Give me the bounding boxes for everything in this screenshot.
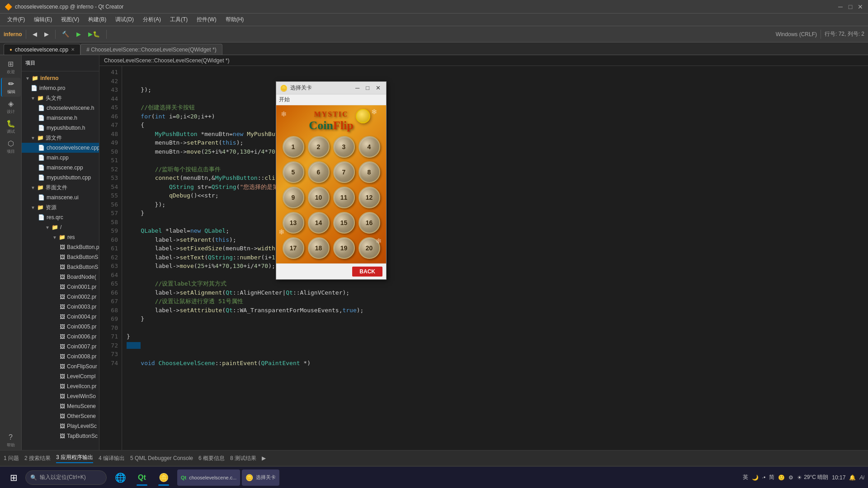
level-btn-10[interactable]: 10: [308, 187, 330, 208]
taskbar-clock: 10:17: [832, 474, 845, 481]
dialog-menu-start[interactable]: 开始: [279, 96, 290, 103]
settings-icon: ⚙: [788, 474, 793, 481]
level-btn-16[interactable]: 16: [359, 212, 380, 234]
taskbar-qt-creator[interactable]: Qt: [132, 469, 152, 487]
level-btn-1[interactable]: 1: [283, 136, 304, 158]
level-btn-8[interactable]: 8: [359, 161, 380, 183]
level-btn-11[interactable]: 11: [333, 187, 355, 208]
search-placeholder: 输入以定位(Ctrl+K): [40, 474, 86, 481]
weather-text: 29°C 晴朗: [804, 474, 828, 481]
dialog-game-area: ❄ ❄ ❄ ❄ MYSTIC CoinFlip 1 2 3 4 5 6 7: [276, 105, 386, 263]
level-btn-19[interactable]: 19: [333, 237, 355, 259]
dialog-close-button[interactable]: ✕: [374, 84, 382, 92]
level-btn-13[interactable]: 13: [283, 212, 304, 234]
level-btn-15[interactable]: 15: [333, 212, 355, 234]
emoji-icon: 🙂: [778, 474, 785, 481]
clock-time: 10:17: [832, 474, 845, 481]
taskbar-weather: ☀ 29°C 晴朗: [797, 474, 828, 481]
gold-coin-decoration: [356, 109, 370, 123]
level-btn-9[interactable]: 9: [283, 187, 304, 208]
sun-icon: ☀: [797, 474, 802, 481]
dialog-back-button[interactable]: BACK: [352, 267, 382, 277]
qt-creator-icon: Qt: [138, 474, 146, 482]
level-select-dialog: 🪙 选择关卡 ─ □ ✕ 开始 ❄ ❄ ❄ ❄ MYSTIC CoinFlip: [276, 81, 387, 280]
dialog-overlay: 🪙 选择关卡 ─ □ ✕ 开始 ❄ ❄ ❄ ❄ MYSTIC CoinFlip: [0, 0, 868, 488]
level-btn-18[interactable]: 18: [308, 237, 330, 259]
lang-icon: 英: [743, 474, 748, 481]
dialog-title-text: 选择关卡: [290, 84, 351, 92]
taskbar-search-bar[interactable]: 🔍 输入以定位(Ctrl+K): [25, 470, 107, 485]
search-icon: 🔍: [30, 474, 37, 481]
level-btn-17[interactable]: 17: [283, 237, 304, 259]
simplified-chinese-icon: 简: [769, 474, 774, 481]
dialog-maximize-button[interactable]: □: [364, 84, 371, 92]
taskbar-chooseleveldialog-app[interactable]: 🪙 选择关卡: [242, 469, 279, 486]
dot-icon: ·•: [762, 474, 766, 481]
taskbar-chooselevel[interactable]: 🪙: [154, 469, 174, 487]
coin-text: Coin: [309, 119, 333, 132]
taskbar: ⊞ 🔍 输入以定位(Ctrl+K) 🌐 Qt 🪙 Qt chooselevels…: [0, 466, 868, 488]
notification-icon[interactable]: 🔔: [849, 474, 856, 481]
cpp-app-icon: Qt: [181, 475, 186, 480]
dialog-menu-bar: 开始: [276, 94, 386, 105]
dialog-minimize-button[interactable]: ─: [354, 84, 361, 92]
taskbar-apps: 🌐 Qt 🪙: [110, 469, 174, 487]
edge-icon: 🌐: [115, 472, 126, 483]
level-btn-20[interactable]: 20: [359, 237, 380, 259]
taskbar-right: 英 🌙 ·• 简 🙂 ⚙ ☀ 29°C 晴朗 10:17 🔔 Ai: [743, 474, 864, 481]
dialog-back-bar: BACK: [276, 263, 386, 279]
level-btn-14[interactable]: 14: [308, 212, 330, 234]
dialog-app-label: 选择关卡: [256, 474, 276, 481]
dialog-title-bar: 🪙 选择关卡 ─ □ ✕: [276, 82, 386, 94]
level-btn-12[interactable]: 12: [359, 187, 380, 208]
cpp-app-label: chooselevelscene.c...: [189, 475, 236, 480]
taskbar-active-apps: Qt chooselevelscene.c... 🪙 选择关卡: [177, 469, 279, 486]
level-btn-4[interactable]: 4: [359, 136, 380, 158]
flip-text: Flip: [333, 119, 354, 132]
taskbar-edge[interactable]: 🌐: [110, 469, 130, 487]
level-btn-6[interactable]: 6: [308, 161, 330, 183]
ai-label: Ai: [859, 474, 864, 481]
dialog-title-icon: 🪙: [280, 84, 288, 92]
level-btn-7[interactable]: 7: [333, 161, 355, 183]
taskbar-start-button[interactable]: ⊞: [4, 469, 24, 487]
level-grid: 1 2 3 4 5 6 7 8 9 10 11 12 13 14 15 16 1…: [281, 136, 382, 259]
moon-icon: 🌙: [752, 474, 759, 481]
level-btn-3[interactable]: 3: [333, 136, 355, 158]
dialog-app-icon: 🪙: [245, 474, 253, 481]
level-btn-2[interactable]: 2: [308, 136, 330, 158]
taskbar-chooselevelscene-cpp-app[interactable]: Qt chooselevelscene.c...: [177, 469, 240, 486]
level-btn-5[interactable]: 5: [283, 161, 304, 183]
chooselevel-icon: 🪙: [159, 473, 169, 483]
